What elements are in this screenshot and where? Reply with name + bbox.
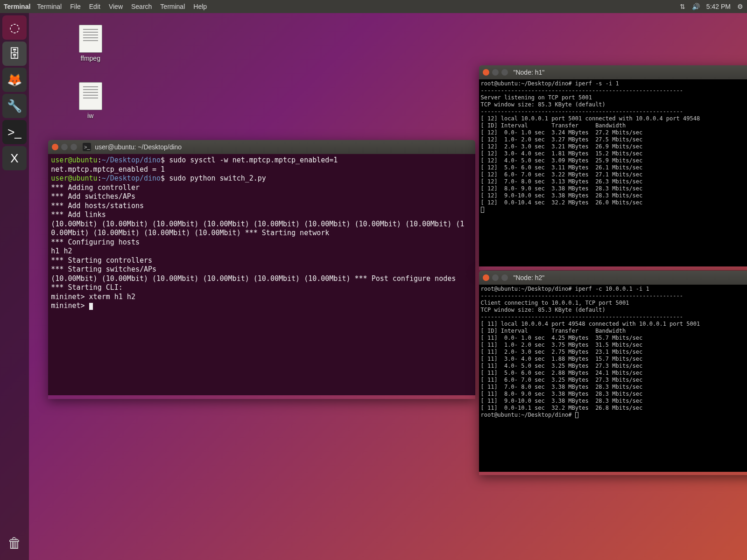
launcher-firefox-icon[interactable]: 🦊 [2, 68, 27, 92]
window-close-button[interactable] [483, 69, 489, 76]
file-icon [79, 82, 102, 110]
launcher-dash-icon[interactable]: ◌ [2, 15, 27, 40]
active-app-name: Terminal [4, 3, 30, 10]
node-h1-window[interactable]: "Node: h1" root@ubuntu:~/Desktop/dino# i… [479, 65, 747, 270]
window-maximize-button[interactable] [70, 144, 77, 150]
desktop-icon-ffmpeg[interactable]: ffmpeg [70, 25, 112, 62]
window-maximize-button[interactable] [501, 69, 508, 76]
window-minimize-button[interactable] [492, 274, 499, 281]
main-terminal-window[interactable]: >_ user@ubuntu: ~/Desktop/dino user@ubun… [48, 140, 475, 399]
window-maximize-button[interactable] [501, 274, 508, 281]
menu-terminal[interactable]: Terminal [37, 3, 62, 10]
menu-view[interactable]: View [109, 3, 123, 10]
launcher-xterm-icon[interactable]: X [2, 146, 27, 170]
launcher-terminal-icon[interactable]: >_ [2, 120, 27, 144]
desktop-icon-label: ffmpeg [70, 55, 112, 62]
node-h2-body[interactable]: root@ubuntu:~/Desktop/dino# iperf -c 10.… [479, 285, 747, 472]
unity-launcher: ◌ 🗄 🦊 🔧 >_ X 🗑 [0, 13, 29, 560]
node-h1-body[interactable]: root@ubuntu:~/Desktop/dino# iperf -s -i … [479, 79, 747, 266]
node-h1-title: "Node: h1" [514, 69, 545, 76]
menu-terminal2[interactable]: Terminal [160, 3, 185, 10]
launcher-settings-icon[interactable]: 🔧 [2, 94, 27, 118]
network-icon[interactable]: ⇅ [680, 3, 685, 10]
main-terminal-body[interactable]: user@ubuntu:~/Desktop/dino$ sudo sysctl … [48, 154, 475, 395]
node-h2-window[interactable]: "Node: h2" root@ubuntu:~/Desktop/dino# i… [479, 271, 747, 476]
launcher-trash-icon[interactable]: 🗑 [2, 531, 27, 555]
launcher-files-icon[interactable]: 🗄 [2, 42, 27, 66]
menu-file[interactable]: File [70, 3, 81, 10]
node-h1-titlebar[interactable]: "Node: h1" [479, 65, 747, 79]
volume-icon[interactable]: 🔊 [692, 3, 700, 10]
top-menu-bar: Terminal Terminal File Edit View Search … [0, 0, 747, 13]
desktop-icon-iw[interactable]: iw [70, 82, 112, 119]
file-icon [79, 25, 102, 53]
window-close-button[interactable] [52, 144, 58, 150]
desktop-icon-label: iw [70, 112, 112, 119]
menu-search[interactable]: Search [131, 3, 152, 10]
menu-help[interactable]: Help [193, 3, 207, 10]
window-close-button[interactable] [483, 274, 489, 281]
window-minimize-button[interactable] [492, 69, 499, 76]
main-terminal-titlebar[interactable]: >_ user@ubuntu: ~/Desktop/dino [48, 140, 475, 154]
terminal-app-icon: >_ [83, 143, 91, 151]
node-h2-title: "Node: h2" [514, 274, 545, 281]
menu-edit[interactable]: Edit [89, 3, 100, 10]
node-h2-titlebar[interactable]: "Node: h2" [479, 271, 747, 285]
clock[interactable]: 5:42 PM [706, 3, 731, 10]
window-minimize-button[interactable] [61, 144, 68, 150]
settings-gear-icon[interactable]: ⚙ [737, 3, 743, 10]
main-terminal-title: user@ubuntu: ~/Desktop/dino [95, 143, 182, 151]
